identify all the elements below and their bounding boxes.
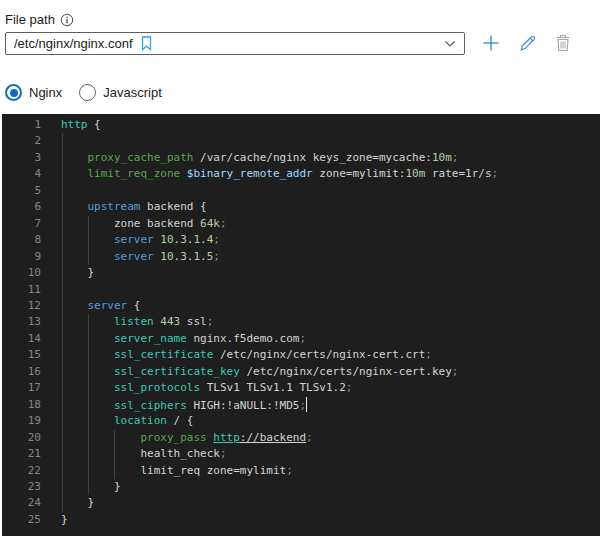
code-text: http {	[61, 117, 101, 133]
file-path-combobox[interactable]: /etc/nginx/nginx.conf	[5, 32, 465, 55]
code-text: upstream backend {	[61, 199, 207, 215]
line-number: 23	[2, 479, 41, 495]
radio-nginx[interactable]	[5, 84, 22, 101]
code-line[interactable]: 24 }	[2, 495, 600, 511]
code-line[interactable]: 11	[2, 282, 600, 298]
line-number: 12	[2, 298, 41, 314]
line-number: 20	[2, 430, 41, 446]
code-line[interactable]: 5	[2, 183, 600, 199]
code-line[interactable]: 15 ssl_certificate /etc/nginx/certs/ngin…	[2, 347, 600, 363]
line-number: 25	[2, 512, 41, 528]
trash-icon	[555, 34, 571, 52]
line-number: 6	[2, 199, 41, 215]
line-number: 9	[2, 249, 41, 265]
line-number: 11	[2, 282, 41, 298]
code-line[interactable]: 20 proxy_pass http://backend;	[2, 430, 600, 446]
code-text: server 10.3.1.5;	[61, 249, 220, 265]
code-text: health_check;	[61, 446, 227, 462]
radio-javascript[interactable]	[79, 84, 96, 101]
code-line[interactable]: 16 ssl_certificate_key /etc/nginx/certs/…	[2, 364, 600, 380]
code-text: location / {	[61, 413, 193, 429]
line-number: 21	[2, 446, 41, 462]
line-number: 24	[2, 495, 41, 511]
code-text: ssl_ciphers HIGH:!aNULL:!MD5;	[61, 397, 307, 414]
code-line[interactable]: 1http {	[2, 117, 600, 133]
line-number: 5	[2, 183, 41, 199]
code-line[interactable]: 25}	[2, 512, 600, 528]
code-text: ssl_certificate_key /etc/nginx/certs/ngi…	[61, 364, 458, 380]
code-line[interactable]: 13 listen 443 ssl;	[2, 314, 600, 330]
line-number: 7	[2, 216, 41, 232]
language-radio-group: Nginx Javascript	[5, 84, 162, 101]
code-text: }	[61, 512, 68, 528]
code-text: limit_req_zone $binary_remote_addr zone=…	[61, 166, 498, 182]
text-cursor	[306, 397, 307, 412]
code-line[interactable]: 7 zone backend 64k;	[2, 216, 600, 232]
code-line[interactable]: 2	[2, 133, 600, 149]
line-number: 18	[2, 397, 41, 413]
code-line[interactable]: 19 location / {	[2, 413, 600, 429]
code-line[interactable]: 9 server 10.3.1.5;	[2, 249, 600, 265]
radio-javascript-label: Javascript	[103, 85, 162, 100]
line-number: 22	[2, 463, 41, 479]
pencil-icon	[519, 34, 537, 52]
chevron-down-icon[interactable]	[444, 40, 456, 48]
line-number: 10	[2, 265, 41, 281]
code-line[interactable]: 8 server 10.3.1.4;	[2, 232, 600, 248]
code-line[interactable]: 12 server {	[2, 298, 600, 314]
line-number: 17	[2, 380, 41, 396]
code-line[interactable]: 4 limit_req_zone $binary_remote_addr zon…	[2, 166, 600, 182]
code-text: }	[61, 495, 94, 511]
add-button[interactable]	[480, 32, 502, 54]
indent-guide	[62, 133, 63, 149]
line-number: 2	[2, 133, 41, 149]
line-number: 19	[2, 413, 41, 429]
plus-icon	[482, 34, 500, 52]
edit-button[interactable]	[517, 32, 539, 54]
code-text: }	[61, 479, 121, 495]
code-text: proxy_pass http://backend;	[61, 430, 313, 446]
radio-nginx-dot	[10, 89, 18, 97]
code-line[interactable]: 14 server_name nginx.f5demo.com;	[2, 331, 600, 347]
line-number: 4	[2, 166, 41, 182]
line-number: 1	[2, 117, 41, 133]
code-line[interactable]: 23 }	[2, 479, 600, 495]
code-text: limit_req zone=mylimit;	[61, 463, 293, 479]
code-line[interactable]: 6 upstream backend {	[2, 199, 600, 215]
indent-guide	[62, 282, 63, 298]
info-icon[interactable]	[60, 13, 74, 27]
line-number: 13	[2, 314, 41, 330]
radio-nginx-label: Nginx	[29, 85, 62, 100]
code-text: proxy_cache_path /var/cache/nginx keys_z…	[61, 150, 458, 166]
line-number: 3	[2, 150, 41, 166]
code-line[interactable]: 10 }	[2, 265, 600, 281]
code-line[interactable]: 3 proxy_cache_path /var/cache/nginx keys…	[2, 150, 600, 166]
code-editor[interactable]: 1http {23 proxy_cache_path /var/cache/ng…	[2, 114, 600, 536]
file-path-label-row: File path	[5, 12, 74, 27]
code-text: server {	[61, 298, 141, 314]
bookmark-icon[interactable]	[141, 36, 152, 51]
file-path-value: /etc/nginx/nginx.conf	[14, 36, 133, 51]
line-number: 8	[2, 232, 41, 248]
line-number: 14	[2, 331, 41, 347]
code-text: ssl_protocols TLSv1 TLSv1.1 TLSv1.2;	[61, 380, 352, 396]
delete-button[interactable]	[552, 32, 574, 54]
code-text: ssl_certificate /etc/nginx/certs/nginx-c…	[61, 347, 432, 363]
code-text: server_name nginx.f5demo.com;	[61, 331, 306, 347]
code-line[interactable]: 22 limit_req zone=mylimit;	[2, 463, 600, 479]
line-number: 16	[2, 364, 41, 380]
code-line[interactable]: 17 ssl_protocols TLSv1 TLSv1.1 TLSv1.2;	[2, 380, 600, 396]
file-path-label: File path	[5, 12, 55, 27]
code-text: }	[61, 265, 94, 281]
indent-guide	[62, 183, 63, 199]
line-number: 15	[2, 347, 41, 363]
code-text: server 10.3.1.4;	[61, 232, 220, 248]
code-line[interactable]: 21 health_check;	[2, 446, 600, 462]
code-text: listen 443 ssl;	[61, 314, 213, 330]
code-text: zone backend 64k;	[61, 216, 227, 232]
code-line[interactable]: 18 ssl_ciphers HIGH:!aNULL:!MD5;	[2, 397, 600, 413]
